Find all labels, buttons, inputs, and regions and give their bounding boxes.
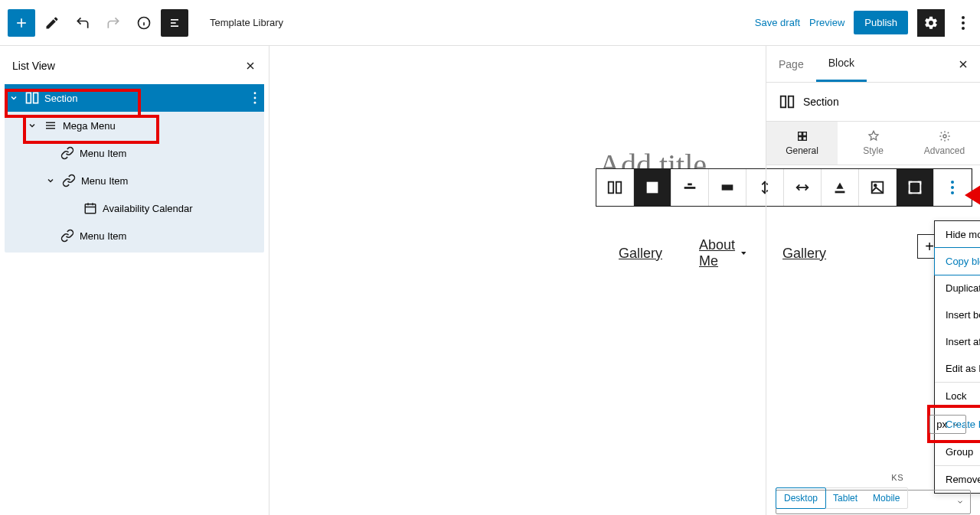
list-view-tree: Section Mega Menu Menu Item [5,84,264,253]
topbar-left-tools: Template Library [8,9,283,37]
close-sidebar-button[interactable] [946,58,980,70]
link-icon [58,146,77,160]
device-tabs: Desktop Tablet Mobile [776,481,908,509]
svg-rect-48 [798,132,802,136]
topbar-right-actions: Save draft Preview Publish [755,9,972,37]
svg-rect-25 [609,182,613,194]
tab-page[interactable]: Page [766,46,816,82]
sidebar-block-title: Section [766,83,980,121]
svg-point-17 [254,102,256,104]
svg-rect-51 [802,137,806,141]
style-icon [867,130,880,142]
settings-button[interactable] [917,9,945,37]
subtab-advanced[interactable]: Advanced [909,122,980,165]
list-item-label: Availability Calendar [103,203,193,214]
device-tab-tablet[interactable]: Tablet [825,488,865,508]
device-tab-desktop[interactable]: Desktop [776,487,826,509]
subtab-label: Style [863,145,884,156]
more-options-button[interactable] [954,9,972,37]
chevron-down-icon[interactable] [23,121,41,130]
editor-topbar: Template Library Save draft Preview Publ… [0,0,980,46]
list-item-label: Menu Item [81,175,128,187]
advanced-icon [939,130,951,142]
nav-link-dropdown[interactable]: About Me [699,237,746,269]
edit-tool-button[interactable] [38,9,66,37]
settings-sidebar: Page Block Section General Style Adv [766,46,980,515]
link-icon [60,174,78,187]
subtab-style[interactable]: Style [838,122,909,165]
svg-rect-30 [722,184,733,190]
list-item-mega-menu[interactable]: Mega Menu [5,112,264,139]
svg-rect-14 [34,93,38,103]
subtab-label: General [786,145,818,156]
nav-link[interactable]: Gallery [619,246,662,262]
align-full-button[interactable] [634,169,671,206]
unit-label: px [936,419,947,430]
svg-point-16 [254,97,256,99]
tab-block[interactable]: Block [816,46,867,82]
block-type-button[interactable] [596,169,634,206]
list-view-panel: List View Section [0,46,270,515]
publish-button[interactable]: Publish [854,11,908,34]
svg-marker-41 [741,252,746,255]
svg-rect-21 [85,204,96,213]
editor-canvas: Add title [270,46,766,515]
list-item-menu-item[interactable]: Menu Item [5,139,264,167]
svg-rect-26 [616,182,621,194]
svg-rect-28 [684,187,696,189]
device-tab-mobile[interactable]: Mobile [865,488,907,508]
save-draft-button[interactable]: Save draft [755,17,800,28]
redo-button[interactable] [100,9,127,37]
chevron-down-icon [952,421,959,429]
svg-point-10 [962,27,965,30]
chevron-down-icon [956,498,964,506]
svg-point-9 [962,21,965,24]
list-item-label: Menu Item [80,148,126,159]
subtab-general[interactable]: General [766,122,838,165]
svg-rect-13 [27,93,31,103]
link-icon [58,229,77,243]
info-button[interactable] [130,9,158,37]
svg-rect-49 [802,132,806,136]
list-item-availability-calendar[interactable]: Availability Calendar [5,194,264,222]
chevron-down-icon[interactable] [5,93,23,103]
general-icon [796,130,808,142]
menu-icon [41,119,60,132]
svg-rect-27 [647,182,658,194]
section-icon [779,93,795,110]
svg-rect-50 [798,137,802,141]
close-list-view-button[interactable] [244,60,256,72]
sidebar-subtabs: General Style Advanced [766,121,980,165]
calendar-icon [81,201,100,215]
nav-link-label: About Me [699,237,738,269]
svg-point-52 [943,135,946,138]
section-icon [23,90,41,106]
subtab-label: Advanced [924,145,965,156]
align-wide-button[interactable] [709,169,746,206]
list-item-section[interactable]: Section [5,84,264,112]
svg-point-8 [962,16,965,19]
list-item-more-button[interactable] [246,92,264,104]
list-view-title: List View [12,60,55,72]
svg-rect-46 [781,96,786,108]
list-item-label: Mega Menu [63,120,116,132]
list-item-label: Section [44,93,77,104]
list-view-header: List View [0,52,269,80]
list-item-menu-item[interactable]: Menu Item [5,222,264,249]
sidebar-tabs: Page Block [766,46,980,83]
svg-point-15 [254,92,256,94]
align-center-button[interactable] [671,169,709,206]
list-item-label: Menu Item [80,230,126,242]
list-item-menu-item[interactable]: Menu Item [5,167,264,194]
svg-rect-47 [789,96,793,108]
chevron-down-icon[interactable] [41,176,60,185]
unit-select[interactable]: px [929,415,966,434]
caret-down-icon [741,249,746,257]
listview-toggle-button[interactable] [161,9,188,37]
add-block-button[interactable] [8,9,35,37]
block-name-label: Section [803,96,839,108]
undo-button[interactable] [69,9,96,37]
template-library-link[interactable]: Template Library [210,17,283,28]
svg-rect-29 [688,184,692,186]
preview-button[interactable]: Preview [809,17,844,28]
